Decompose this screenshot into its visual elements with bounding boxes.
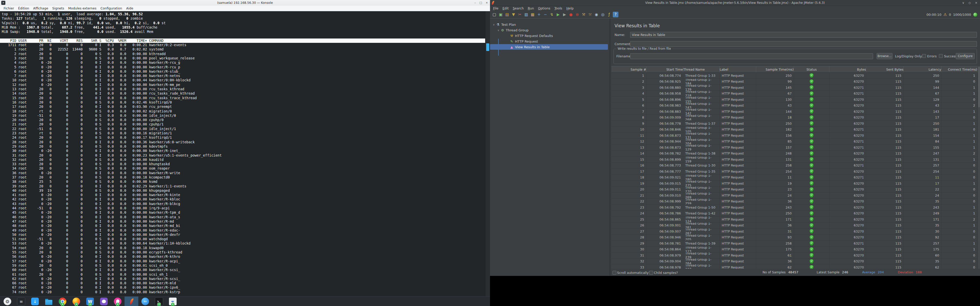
- table-row[interactable]: 2906:54:08.781Thread Group 1-39HTTP Requ…: [611, 241, 977, 247]
- column-header-bytes[interactable]: Bytes: [829, 66, 866, 73]
- toolbar-reset-search-icon[interactable]: ◎: [600, 12, 606, 17]
- taskbar-firefox-icon[interactable]: +: [69, 296, 83, 306]
- konsole-titlebar[interactable]: > (samuela) 192.168.56.30 — Konsole – □ …: [0, 0, 490, 6]
- table-row[interactable]: 1606:54:08.773Thread Group 1-30HTTP Requ…: [611, 163, 977, 169]
- table-row[interactable]: 1206:54:08.944Thread Group 1-204HTTP Req…: [611, 139, 977, 145]
- taskbar-system-settings-icon[interactable]: ≡: [14, 296, 28, 306]
- close-icon[interactable]: ×: [486, 0, 488, 6]
- konsole-menu-aide[interactable]: Aide: [124, 6, 135, 10]
- table-row[interactable]: 106:54:08.774Thread Group 1-33HTTP Reque…: [611, 73, 977, 79]
- taskbar-scribus-icon[interactable]: ✒+: [166, 296, 180, 306]
- terminal-scrollbar-thumb[interactable]: [486, 43, 489, 51]
- column-header-sample-time-ms[interactable]: Sample Time(ms): [756, 66, 794, 73]
- konsole-menu-modules-externes[interactable]: Modules externes: [66, 6, 98, 10]
- toolbar-function-helper-icon[interactable]: ƒ: [606, 12, 612, 17]
- tree-item-http-request-defaults[interactable]: ⚒HTTP Request Defaults: [490, 33, 609, 38]
- table-row[interactable]: 1706:54:08.777Thread Group 1-35HTTP Requ…: [611, 168, 977, 175]
- table-row[interactable]: 1906:54:09.015Thread Group 1-275HTTP Req…: [611, 181, 977, 187]
- toolbar-start-icon[interactable]: ▶: [555, 12, 561, 17]
- jmeter-menu-run[interactable]: Run: [526, 6, 536, 10]
- jmeter-menu-file[interactable]: File: [491, 6, 501, 10]
- toolbar-collapse-remove-icon[interactable]: −: [542, 12, 548, 17]
- tree-item-test-plan[interactable]: ∨⚗Test Plan: [490, 22, 609, 27]
- column-header-sent-bytes[interactable]: Sent Bytes: [866, 66, 904, 73]
- minimize-icon[interactable]: –: [474, 0, 476, 6]
- konsole-menu-signets[interactable]: Signets: [50, 6, 66, 10]
- jmeter-menu-edit[interactable]: Edit: [501, 6, 511, 10]
- taskbar-app-launcher-icon[interactable]: ⚙: [0, 296, 14, 306]
- scroll-automatically-checkbox[interactable]: [612, 271, 616, 274]
- table-row[interactable]: 506:54:08.896Thread Group 1-155HTTP Requ…: [611, 97, 977, 103]
- table-row[interactable]: 1406:54:08.782Thread Group 1-38HTTP Requ…: [611, 151, 977, 157]
- toolbar-toggle-icon[interactable]: ↯: [549, 12, 555, 17]
- table-row[interactable]: 3106:54:08.979Thread Group 1-239HTTP Req…: [611, 252, 977, 258]
- table-row[interactable]: 1506:54:08.899Thread Group 1-159HTTP Req…: [611, 157, 977, 163]
- konsole-menu-affichage[interactable]: Affichage: [31, 6, 50, 10]
- toolbar-cut-icon[interactable]: ✂: [517, 12, 523, 17]
- toolbar-open-file-icon[interactable]: ▤: [504, 12, 510, 17]
- results-scrollbar[interactable]: [978, 66, 980, 269]
- column-header-start-time[interactable]: Start Time: [646, 66, 683, 73]
- comments-input[interactable]: [630, 41, 977, 47]
- jmeter-menu-search[interactable]: Search: [511, 6, 526, 10]
- results-scrollbar-thumb[interactable]: [978, 67, 980, 107]
- konsole-menu-dition[interactable]: Édition: [16, 6, 31, 10]
- table-row[interactable]: 606:54:08.983Thread Group 1-243HTTP Requ…: [611, 103, 977, 109]
- column-header-sample[interactable]: Sample #: [611, 66, 646, 73]
- table-row[interactable]: 906:54:08.778Thread Group 1-37HTTP Reque…: [611, 120, 977, 127]
- table-row[interactable]: 1006:54:08.846Thread Group 1-105HTTP Req…: [611, 127, 977, 133]
- taskbar-vmware-workstation-icon[interactable]: W+: [83, 296, 97, 306]
- table-row[interactable]: 306:54:08.880Thread Group 1-139HTTP Requ…: [611, 85, 977, 91]
- column-header-connect-time-ms[interactable]: Connect Time(ms): [942, 66, 977, 73]
- table-row[interactable]: 3206:54:09.004Thread Group 1-264HTTP Req…: [611, 258, 977, 265]
- table-row[interactable]: 2806:54:08.946Thread Group 1-205HTTP Req…: [611, 235, 977, 241]
- table-row[interactable]: 2706:54:09.007Thread Group 1-267HTTP Req…: [611, 228, 977, 235]
- taskbar-chrome-icon[interactable]: +: [56, 296, 69, 306]
- maximize-icon[interactable]: ◇: [969, 0, 971, 6]
- toolbar-copy-icon[interactable]: ▥: [523, 12, 529, 17]
- table-row[interactable]: 2406:54:08.786Thread Group 1-42HTTP Requ…: [611, 211, 977, 217]
- taskbar-falkon-browser-icon[interactable]: ∾: [138, 296, 152, 306]
- toolbar-start-no-timers-icon[interactable]: ▶: [562, 12, 567, 17]
- taskbar-konsole-icon[interactable]: >_+: [152, 296, 166, 306]
- toolbar-help-icon[interactable]: ?: [613, 12, 618, 17]
- table-row[interactable]: 1306:54:08.873Thread Group 1-129HTTP Req…: [611, 144, 977, 151]
- maximize-icon[interactable]: □: [479, 0, 482, 6]
- tree-item-thread-group[interactable]: ∨⚙Thread Group: [490, 27, 609, 33]
- taskbar-file-manager-icon[interactable]: [42, 296, 56, 306]
- toolbar-save-icon[interactable]: ▼: [511, 12, 516, 17]
- table-row[interactable]: 406:54:08.958Thread Group 1-218HTTP Requ…: [611, 91, 977, 97]
- table-row[interactable]: 3306:54:08.978Thread Group 1-237HTTP Req…: [611, 265, 977, 269]
- toolbar-templates-icon[interactable]: ▣: [498, 12, 504, 17]
- browse-button[interactable]: Browse...: [877, 53, 892, 59]
- tree-item-http-request[interactable]: ✎HTTP Request: [490, 38, 609, 44]
- taskbar-apache-jmeter-icon[interactable]: [124, 296, 138, 306]
- jmeter-menu-tools[interactable]: Tools: [552, 6, 564, 10]
- taskbar-discover-icon[interactable]: ↓: [28, 296, 42, 306]
- table-row[interactable]: 2006:54:09.011Thread Group 1-270HTTP Req…: [611, 187, 977, 193]
- toolbar-stop-icon[interactable]: ●: [568, 12, 574, 17]
- toolbar-clear-all-icon[interactable]: ⚒: [587, 12, 593, 17]
- table-row[interactable]: 1806:54:09.021Thread Group 1-280HTTP Req…: [611, 175, 977, 181]
- tree-item-view-results-in-table[interactable]: ▲View Results in Table: [490, 44, 608, 50]
- konsole-menu-configuration[interactable]: Configuration: [99, 6, 124, 10]
- taskbar-media-player-icon[interactable]: +: [111, 296, 124, 306]
- table-row[interactable]: 2106:54:09.010Thread Group 1-269HTTP Req…: [611, 192, 977, 199]
- table-row[interactable]: 3006:54:08.864Thread Group 1-123HTTP Req…: [611, 247, 977, 253]
- table-row[interactable]: 1106:54:08.873Thread Group 1-131HTTP Req…: [611, 133, 977, 139]
- errors-checkbox[interactable]: [922, 54, 926, 58]
- minimize-icon[interactable]: ∨: [962, 0, 964, 6]
- taskbar-github-desktop-icon[interactable]: [97, 296, 111, 306]
- toolbar-shutdown-icon[interactable]: ⊗: [574, 12, 580, 17]
- column-header-thread-name[interactable]: Thread Name: [683, 66, 720, 73]
- column-header-status[interactable]: Status: [794, 66, 829, 73]
- jmeter-titlebar[interactable]: View Results in Table.jmx (/home/samuela…: [490, 0, 980, 6]
- chevron-down-icon[interactable]: ∨: [496, 29, 500, 32]
- toolbar-clear-icon[interactable]: ⚒: [581, 12, 587, 17]
- chevron-down-icon[interactable]: ∨: [492, 23, 496, 26]
- configure-button[interactable]: Configure: [956, 53, 975, 59]
- jmeter-menu-options[interactable]: Options: [536, 6, 552, 10]
- table-row[interactable]: 2206:54:08.999Thread Group 1-259HTTP Req…: [611, 199, 977, 205]
- toolbar-search-icon[interactable]: ◉: [593, 12, 599, 17]
- column-header-latency[interactable]: Latency: [904, 66, 942, 73]
